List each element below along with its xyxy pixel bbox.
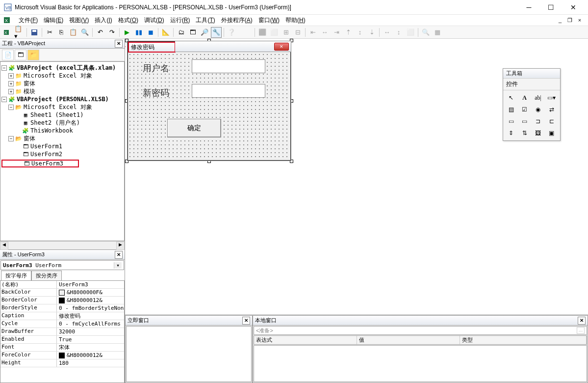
tool-image-icon[interactable]: 🖼 <box>532 128 544 138</box>
tool-scrollbar-icon[interactable]: ⇕ <box>505 128 517 138</box>
tool-textbox-icon[interactable]: ab| <box>532 92 544 103</box>
project-tree[interactable]: −🧩VBAProject (excel工具条.xlam) +📁Microsoft… <box>0 61 125 241</box>
menu-view[interactable]: 视图(V) <box>66 15 92 26</box>
immediate-window-body[interactable] <box>126 326 252 382</box>
immediate-window-close-button[interactable]: ✕ <box>242 317 250 325</box>
property-row[interactable]: BackColor&H8000000F& <box>0 289 124 297</box>
project-explorer-button[interactable]: 🗂 <box>176 27 186 38</box>
tree-userform1[interactable]: UserForm1 <box>30 143 62 150</box>
locals-col-expression[interactable]: 表达式 <box>254 336 357 344</box>
property-row[interactable]: BorderColor&H80000012& <box>0 297 124 304</box>
help-button[interactable]: ❔ <box>226 27 237 38</box>
property-row[interactable]: BorderStyle0 - fmBorderStyleNone <box>0 304 124 312</box>
tree-sheet1[interactable]: Sheet1 (Sheet1) <box>30 111 83 118</box>
userform-designer[interactable]: 修改密码 ✕ 用户名 新密码 确定 <box>128 41 291 161</box>
properties-window-button[interactable]: 🗔 <box>187 27 198 38</box>
userform-close-button[interactable]: ✕ <box>274 43 289 51</box>
locals-col-value[interactable]: 值 <box>357 336 460 344</box>
view-excel-button[interactable]: X <box>2 27 13 38</box>
tool-checkbox-icon[interactable]: ☑ <box>519 104 531 115</box>
locals-window-body[interactable] <box>254 345 587 382</box>
property-row[interactable]: Cycle0 - fmCycleAllForms <box>0 320 124 328</box>
toolbox-window[interactable]: 工具箱 控件 ↖ A ab| ▭▾ ▤ ☑ ◉ ⇄ ▭ ▭ ⊐ ⊏ ⇕ ⇅ <box>503 68 561 141</box>
insert-button[interactable]: 📋▾ <box>14 27 25 38</box>
locals-context-combo[interactable]: <准备>… <box>254 326 587 335</box>
textbox-newpassword[interactable] <box>192 84 265 98</box>
form-designer-area[interactable]: 修改密码 ✕ 用户名 新密码 确定 <box>125 39 588 314</box>
view-code-button[interactable]: 📄 <box>2 50 14 60</box>
undo-button[interactable]: ↶ <box>95 27 105 38</box>
properties-grid[interactable]: (名称)UserForm3BackColor&H8000000F&BorderC… <box>0 280 125 383</box>
save-button[interactable] <box>29 27 40 38</box>
button-ok[interactable]: 确定 <box>167 119 221 137</box>
property-row[interactable]: ForeColor&H80000012& <box>0 352 124 359</box>
break-button[interactable]: ▮▮ <box>133 27 144 38</box>
properties-tab-category[interactable]: 按分类序 <box>31 271 62 280</box>
properties-object-combo[interactable]: UserForm3 UserForm ▾ <box>0 260 124 270</box>
tool-combobox-icon[interactable]: ▭▾ <box>546 92 558 103</box>
find-button[interactable]: 🔍 <box>79 27 90 38</box>
menu-window[interactable]: 窗口(W) <box>256 15 282 26</box>
tree-sheet2[interactable]: Sheet2 (用户名) <box>30 119 80 127</box>
tree-excel-objects-2[interactable]: Microsoft Excel 对象 <box>24 103 92 111</box>
tool-label-icon[interactable]: A <box>519 92 531 103</box>
reset-button[interactable]: ◼ <box>145 27 156 38</box>
menu-run[interactable]: 运行(R) <box>167 15 193 26</box>
tool-togglebutton-icon[interactable]: ⇄ <box>546 104 558 115</box>
tree-project-1[interactable]: VBAProject (excel工具条.xlam) <box>17 64 116 72</box>
design-mode-button[interactable]: 📐 <box>160 27 171 38</box>
minimize-button[interactable]: ─ <box>518 0 540 14</box>
tree-excel-objects-1[interactable]: Microsoft Excel 对象 <box>24 72 92 80</box>
copy-button[interactable]: ⎘ <box>56 27 67 38</box>
property-row[interactable]: (名称)UserForm3 <box>0 281 124 289</box>
menu-tools[interactable]: 工具(T) <box>193 15 218 26</box>
locals-col-type[interactable]: 类型 <box>460 336 587 344</box>
tool-tabstrip-icon[interactable]: ⊐ <box>532 116 544 127</box>
property-row[interactable]: Height180 <box>0 359 124 367</box>
mdi-close-button[interactable]: × <box>575 16 584 24</box>
toggle-folders-button[interactable]: 📁 <box>27 50 39 60</box>
mdi-minimize-button[interactable]: _ <box>556 16 564 24</box>
cut-button[interactable]: ✂ <box>44 27 55 38</box>
menu-format[interactable]: 格式(O) <box>115 15 141 26</box>
property-row[interactable]: EnabledTrue <box>0 336 124 344</box>
tree-forms-2[interactable]: 窗体 <box>24 135 35 143</box>
tool-select-icon[interactable]: ↖ <box>505 92 517 103</box>
properties-pane-close-button[interactable]: ✕ <box>115 251 123 259</box>
tool-frame-icon[interactable]: ▭ <box>505 116 517 127</box>
tree-thisworkbook[interactable]: ThisWorkbook <box>30 127 73 134</box>
tree-userform3[interactable]: UserForm3 <box>31 160 63 167</box>
mdi-restore-button[interactable]: ❐ <box>565 16 574 24</box>
menu-edit[interactable]: 编辑(E) <box>41 15 66 26</box>
tool-listbox-icon[interactable]: ▤ <box>505 104 517 115</box>
paste-button[interactable]: 📋 <box>68 27 78 38</box>
menu-insert[interactable]: 插入(I) <box>92 15 115 26</box>
tool-refedit-icon[interactable]: ▣ <box>546 128 558 138</box>
tool-multipage-icon[interactable]: ⊏ <box>546 116 558 127</box>
run-button[interactable]: ▶ <box>122 27 132 38</box>
tool-optionbutton-icon[interactable]: ◉ <box>532 104 544 115</box>
label-username[interactable]: 用户名 <box>143 62 169 74</box>
maximize-button[interactable]: ☐ <box>540 0 562 14</box>
property-row[interactable]: Font宋体 <box>0 344 124 352</box>
tree-forms-1[interactable]: 窗体 <box>24 80 35 88</box>
toolbox-button[interactable]: 🔧 <box>211 27 222 38</box>
textbox-username[interactable] <box>192 59 265 73</box>
toolbox-tab-controls[interactable]: 控件 <box>503 79 560 90</box>
tool-commandbutton-icon[interactable]: ▭ <box>519 116 531 127</box>
property-row[interactable]: Caption修改密码 <box>0 312 124 320</box>
tree-userform2[interactable]: UserForm2 <box>30 151 62 158</box>
menu-help[interactable]: 帮助(H) <box>282 15 308 26</box>
property-row[interactable]: DrawBuffer32000 <box>0 328 124 336</box>
view-object-button[interactable]: 🗔 <box>15 50 26 60</box>
tree-project-2[interactable]: VBAProject (PERSONAL.XLSB) <box>17 96 109 103</box>
menu-file[interactable]: 文件(F) <box>16 15 41 26</box>
properties-tab-alpha[interactable]: 按字母序 <box>1 271 31 280</box>
tool-spinbutton-icon[interactable]: ⇅ <box>519 128 531 138</box>
tree-modules-1[interactable]: 模块 <box>24 87 35 96</box>
menu-addins[interactable]: 外接程序(A) <box>218 15 256 26</box>
menu-debug[interactable]: 调试(D) <box>141 15 167 26</box>
redo-button[interactable]: ↷ <box>106 27 117 38</box>
locals-window-close-button[interactable]: ✕ <box>578 317 586 325</box>
project-pane-close-button[interactable]: ✕ <box>115 40 123 48</box>
